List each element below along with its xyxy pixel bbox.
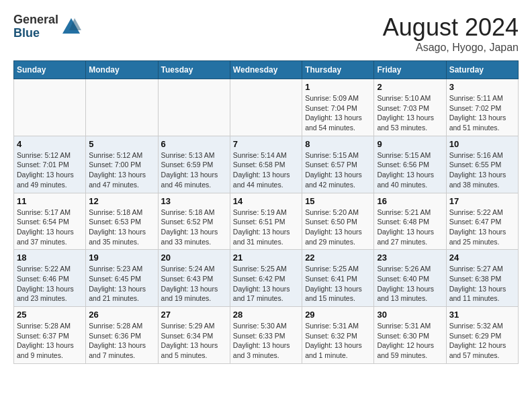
logo-general-text: General (13, 13, 58, 27)
day-number: 10 (449, 139, 515, 149)
day-info: Sunrise: 5:11 AM Sunset: 7:02 PM Dayligh… (449, 93, 515, 133)
day-cell: 21Sunrise: 5:25 AM Sunset: 6:42 PM Dayli… (230, 250, 302, 307)
day-number: 30 (377, 310, 443, 320)
day-number: 22 (305, 253, 371, 263)
column-header-sunday: Sunday (14, 61, 86, 79)
day-info: Sunrise: 5:15 AM Sunset: 6:57 PM Dayligh… (305, 150, 371, 190)
day-info: Sunrise: 5:22 AM Sunset: 6:46 PM Dayligh… (17, 264, 83, 304)
column-header-tuesday: Tuesday (158, 61, 230, 79)
day-number: 29 (305, 310, 371, 320)
day-info: Sunrise: 5:17 AM Sunset: 6:54 PM Dayligh… (17, 208, 83, 247)
day-number: 11 (17, 196, 83, 206)
day-cell: 14Sunrise: 5:19 AM Sunset: 6:51 PM Dayli… (230, 193, 302, 250)
logo-icon (61, 17, 81, 37)
day-info: Sunrise: 5:24 AM Sunset: 6:43 PM Dayligh… (161, 264, 227, 304)
column-header-monday: Monday (86, 61, 158, 79)
day-cell: 23Sunrise: 5:26 AM Sunset: 6:40 PM Dayli… (374, 250, 446, 307)
day-info: Sunrise: 5:23 AM Sunset: 6:45 PM Dayligh… (89, 264, 154, 304)
day-cell: 20Sunrise: 5:24 AM Sunset: 6:43 PM Dayli… (158, 250, 230, 307)
day-info: Sunrise: 5:12 AM Sunset: 7:00 PM Dayligh… (89, 150, 154, 190)
day-number: 21 (233, 253, 299, 263)
day-cell: 26Sunrise: 5:28 AM Sunset: 6:36 PM Dayli… (86, 307, 158, 364)
day-number: 28 (233, 310, 299, 320)
location: Asago, Hyogo, Japan (383, 42, 519, 54)
day-info: Sunrise: 5:30 AM Sunset: 6:33 PM Dayligh… (233, 321, 299, 361)
day-info: Sunrise: 5:28 AM Sunset: 6:36 PM Dayligh… (89, 321, 154, 361)
day-cell: 5Sunrise: 5:12 AM Sunset: 7:00 PM Daylig… (86, 136, 158, 193)
day-info: Sunrise: 5:10 AM Sunset: 7:03 PM Dayligh… (377, 93, 443, 133)
day-cell: 28Sunrise: 5:30 AM Sunset: 6:33 PM Dayli… (230, 307, 302, 364)
day-cell: 6Sunrise: 5:13 AM Sunset: 6:59 PM Daylig… (158, 136, 230, 193)
day-info: Sunrise: 5:28 AM Sunset: 6:37 PM Dayligh… (17, 321, 83, 361)
day-number: 27 (161, 310, 227, 320)
logo: General Blue (13, 13, 81, 40)
calendar-table: SundayMondayTuesdayWednesdayThursdayFrid… (13, 60, 519, 364)
day-number: 12 (89, 196, 154, 206)
day-cell: 24Sunrise: 5:27 AM Sunset: 6:38 PM Dayli… (446, 250, 518, 307)
day-info: Sunrise: 5:18 AM Sunset: 6:53 PM Dayligh… (89, 208, 154, 247)
day-cell: 29Sunrise: 5:31 AM Sunset: 6:32 PM Dayli… (302, 307, 374, 364)
day-cell: 19Sunrise: 5:23 AM Sunset: 6:45 PM Dayli… (86, 250, 158, 307)
day-info: Sunrise: 5:14 AM Sunset: 6:58 PM Dayligh… (233, 150, 299, 190)
day-cell: 25Sunrise: 5:28 AM Sunset: 6:37 PM Dayli… (14, 307, 86, 364)
day-cell (86, 79, 158, 136)
page-header: General Blue August 2024 Asago, Hyogo, J… (13, 13, 519, 54)
day-cell: 18Sunrise: 5:22 AM Sunset: 6:46 PM Dayli… (14, 250, 86, 307)
day-cell: 15Sunrise: 5:20 AM Sunset: 6:50 PM Dayli… (302, 193, 374, 250)
day-info: Sunrise: 5:16 AM Sunset: 6:55 PM Dayligh… (449, 150, 515, 190)
column-header-wednesday: Wednesday (230, 61, 302, 79)
day-cell: 10Sunrise: 5:16 AM Sunset: 6:55 PM Dayli… (446, 136, 518, 193)
logo-blue-text: Blue (13, 27, 58, 40)
day-number: 9 (377, 139, 443, 149)
day-cell: 8Sunrise: 5:15 AM Sunset: 6:57 PM Daylig… (302, 136, 374, 193)
week-row-5: 25Sunrise: 5:28 AM Sunset: 6:37 PM Dayli… (14, 307, 519, 364)
day-number: 24 (449, 253, 515, 263)
day-info: Sunrise: 5:31 AM Sunset: 6:32 PM Dayligh… (305, 321, 371, 361)
day-cell: 4Sunrise: 5:12 AM Sunset: 7:01 PM Daylig… (14, 136, 86, 193)
day-cell: 31Sunrise: 5:32 AM Sunset: 6:29 PM Dayli… (446, 307, 518, 364)
day-info: Sunrise: 5:25 AM Sunset: 6:42 PM Dayligh… (233, 264, 299, 304)
day-cell: 11Sunrise: 5:17 AM Sunset: 6:54 PM Dayli… (14, 193, 86, 250)
day-cell: 7Sunrise: 5:14 AM Sunset: 6:58 PM Daylig… (230, 136, 302, 193)
day-info: Sunrise: 5:25 AM Sunset: 6:41 PM Dayligh… (305, 264, 371, 304)
day-number: 13 (161, 196, 227, 206)
day-number: 6 (161, 139, 227, 149)
day-number: 3 (449, 82, 515, 92)
month-title: August 2024 (383, 13, 519, 42)
day-number: 15 (305, 196, 371, 206)
calendar-body: 1Sunrise: 5:09 AM Sunset: 7:04 PM Daylig… (14, 79, 519, 364)
day-number: 16 (377, 196, 443, 206)
day-number: 23 (377, 253, 443, 263)
week-row-3: 11Sunrise: 5:17 AM Sunset: 6:54 PM Dayli… (14, 193, 519, 250)
day-info: Sunrise: 5:19 AM Sunset: 6:51 PM Dayligh… (233, 208, 299, 247)
day-info: Sunrise: 5:21 AM Sunset: 6:48 PM Dayligh… (377, 208, 443, 247)
day-number: 2 (377, 82, 443, 92)
day-number: 8 (305, 139, 371, 149)
day-info: Sunrise: 5:32 AM Sunset: 6:29 PM Dayligh… (449, 321, 515, 361)
day-info: Sunrise: 5:27 AM Sunset: 6:38 PM Dayligh… (449, 264, 515, 304)
day-number: 31 (449, 310, 515, 320)
week-row-4: 18Sunrise: 5:22 AM Sunset: 6:46 PM Dayli… (14, 250, 519, 307)
day-cell: 17Sunrise: 5:22 AM Sunset: 6:47 PM Dayli… (446, 193, 518, 250)
day-info: Sunrise: 5:20 AM Sunset: 6:50 PM Dayligh… (305, 208, 371, 247)
day-cell: 30Sunrise: 5:31 AM Sunset: 6:30 PM Dayli… (374, 307, 446, 364)
day-number: 25 (17, 310, 83, 320)
day-info: Sunrise: 5:22 AM Sunset: 6:47 PM Dayligh… (449, 208, 515, 247)
week-row-1: 1Sunrise: 5:09 AM Sunset: 7:04 PM Daylig… (14, 79, 519, 136)
column-header-friday: Friday (374, 61, 446, 79)
day-cell: 3Sunrise: 5:11 AM Sunset: 7:02 PM Daylig… (446, 79, 518, 136)
day-info: Sunrise: 5:15 AM Sunset: 6:56 PM Dayligh… (377, 150, 443, 190)
header-row: SundayMondayTuesdayWednesdayThursdayFrid… (14, 61, 519, 79)
day-cell: 1Sunrise: 5:09 AM Sunset: 7:04 PM Daylig… (302, 79, 374, 136)
day-number: 7 (233, 139, 299, 149)
day-cell: 2Sunrise: 5:10 AM Sunset: 7:03 PM Daylig… (374, 79, 446, 136)
day-cell: 9Sunrise: 5:15 AM Sunset: 6:56 PM Daylig… (374, 136, 446, 193)
day-number: 26 (89, 310, 154, 320)
day-cell: 12Sunrise: 5:18 AM Sunset: 6:53 PM Dayli… (86, 193, 158, 250)
day-info: Sunrise: 5:09 AM Sunset: 7:04 PM Dayligh… (305, 93, 371, 133)
day-number: 19 (89, 253, 154, 263)
day-cell (158, 79, 230, 136)
column-header-thursday: Thursday (302, 61, 374, 79)
day-number: 20 (161, 253, 227, 263)
week-row-2: 4Sunrise: 5:12 AM Sunset: 7:01 PM Daylig… (14, 136, 519, 193)
